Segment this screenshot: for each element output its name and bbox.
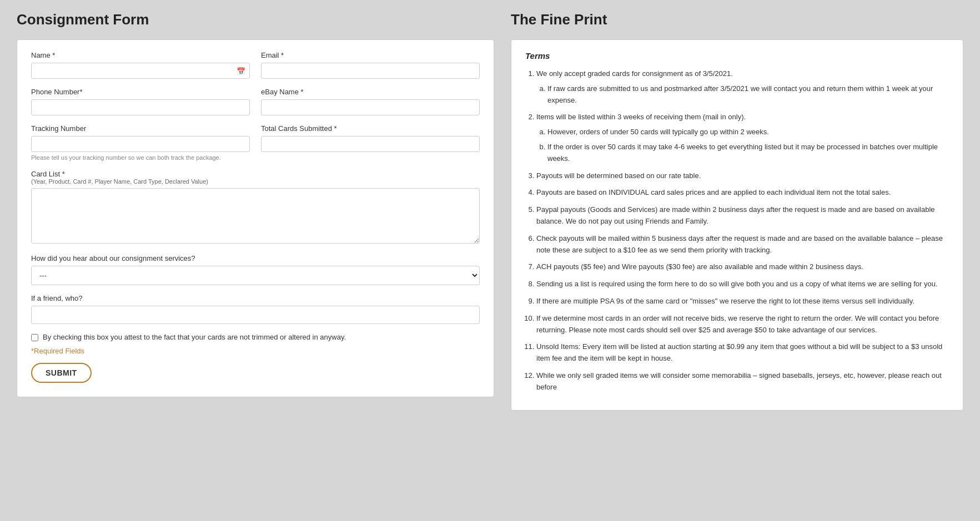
checkbox-label: By checking this box you attest to the f… bbox=[43, 333, 346, 341]
terms-item: Payouts will be determined based on our … bbox=[536, 170, 949, 182]
fine-print-container: Terms We only accept graded cards for co… bbox=[511, 39, 963, 411]
name-input-wrapper: 📅 bbox=[31, 63, 250, 79]
terms-heading: Terms bbox=[525, 51, 949, 60]
terms-item: Unsold Items: Every item will be listed … bbox=[536, 341, 949, 365]
total-cards-label: Total Cards Submitted * bbox=[261, 124, 480, 133]
tracking-input[interactable] bbox=[31, 136, 250, 152]
submit-button[interactable]: SUBMIT bbox=[31, 363, 92, 383]
terms-item: Payouts are based on INDIVIDUAL card sal… bbox=[536, 187, 949, 199]
phone-field: Phone Number* bbox=[31, 88, 250, 115]
friend-label: If a friend, who? bbox=[31, 294, 480, 302]
checkbox-row: By checking this box you attest to the f… bbox=[31, 333, 480, 341]
terms-item: While we only sell graded items we will … bbox=[536, 370, 949, 393]
hear-about-field: How did you hear about our consignment s… bbox=[31, 254, 480, 285]
left-panel: Consignment Form Name * 📅 Email * Phone … bbox=[17, 11, 494, 510]
fine-print-title: The Fine Print bbox=[511, 11, 963, 28]
total-cards-field: Total Cards Submitted * bbox=[261, 124, 480, 161]
tracking-label: Tracking Number bbox=[31, 124, 250, 133]
card-list-sublabel: (Year, Product, Card #, Player Name, Car… bbox=[31, 178, 480, 185]
terms-checkbox[interactable] bbox=[31, 334, 38, 341]
total-cards-input[interactable] bbox=[261, 136, 480, 152]
terms-subitem: If the order is over 50 cards it may tak… bbox=[547, 141, 949, 165]
tracking-field: Tracking Number Please tell us your trac… bbox=[31, 124, 250, 161]
name-label: Name * bbox=[31, 51, 250, 59]
card-list-label: Card List * bbox=[31, 170, 480, 178]
page-title: Consignment Form bbox=[17, 11, 494, 28]
right-panel: The Fine Print Terms We only accept grad… bbox=[511, 11, 963, 510]
hear-about-select[interactable]: --- Google eBay Instagram Facebook Frien… bbox=[31, 266, 480, 285]
calendar-icon: 📅 bbox=[237, 67, 245, 75]
tracking-totalcards-row: Tracking Number Please tell us your trac… bbox=[31, 124, 480, 161]
tracking-hint: Please tell us your tracking number so w… bbox=[31, 154, 250, 161]
terms-item: Items will be listed within 3 weeks of r… bbox=[536, 112, 949, 164]
phone-ebay-row: Phone Number* eBay Name * bbox=[31, 88, 480, 115]
friend-input[interactable] bbox=[31, 306, 480, 324]
required-fields-text: *Required Fields bbox=[31, 347, 480, 355]
terms-subitem: If raw cards are submitted to us and pos… bbox=[547, 83, 949, 107]
terms-item: Sending us a list is required using the … bbox=[536, 279, 949, 290]
terms-subitem: However, orders of under 50 cards will t… bbox=[547, 127, 949, 138]
terms-item: Paypal payouts (Goods and Services) are … bbox=[536, 204, 949, 227]
terms-list: We only accept graded cards for consignm… bbox=[525, 68, 949, 393]
email-input[interactable] bbox=[261, 63, 480, 79]
ebay-input[interactable] bbox=[261, 99, 480, 115]
terms-sublist: However, orders of under 50 cards will t… bbox=[536, 127, 949, 164]
terms-item: If we determine most cards in an order w… bbox=[536, 313, 949, 336]
terms-item: ACH payouts ($5 fee) and Wire payouts ($… bbox=[536, 261, 949, 273]
name-input[interactable] bbox=[31, 63, 250, 79]
card-list-section: Card List * (Year, Product, Card #, Play… bbox=[31, 170, 480, 245]
email-label: Email * bbox=[261, 51, 480, 59]
phone-input[interactable] bbox=[31, 99, 250, 115]
ebay-label: eBay Name * bbox=[261, 88, 480, 96]
friend-field: If a friend, who? bbox=[31, 294, 480, 324]
ebay-field: eBay Name * bbox=[261, 88, 480, 115]
form-container: Name * 📅 Email * Phone Number* eBay Name… bbox=[17, 39, 494, 397]
card-list-textarea[interactable] bbox=[31, 188, 480, 244]
name-email-row: Name * 📅 Email * bbox=[31, 51, 480, 79]
name-field: Name * 📅 bbox=[31, 51, 250, 79]
terms-item: We only accept graded cards for consignm… bbox=[536, 68, 949, 106]
phone-label: Phone Number* bbox=[31, 88, 250, 96]
email-field: Email * bbox=[261, 51, 480, 79]
hear-about-label: How did you hear about our consignment s… bbox=[31, 254, 480, 262]
terms-item: Check payouts will be mailed within 5 bu… bbox=[536, 233, 949, 256]
terms-sublist: If raw cards are submitted to us and pos… bbox=[536, 83, 949, 107]
terms-item: If there are multiple PSA 9s of the same… bbox=[536, 296, 949, 307]
